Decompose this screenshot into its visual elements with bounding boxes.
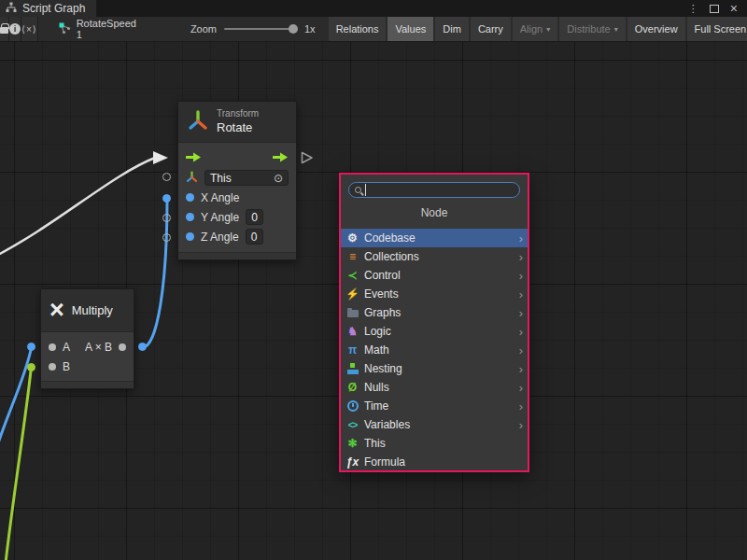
knight-icon: ♞: [345, 325, 359, 338]
flow-in-connected-port[interactable]: [153, 151, 169, 164]
finder-item-events[interactable]: ⚡Events›: [341, 285, 528, 303]
output-label: A × B: [85, 341, 112, 354]
branch-icon: ≺: [345, 269, 359, 282]
code-icon: ⟨×⟩: [21, 24, 37, 35]
tab-title: Script Graph: [22, 2, 85, 15]
chevron-right-icon: ›: [519, 344, 523, 357]
pi-icon: π: [345, 343, 359, 357]
output-port-icon[interactable]: [119, 343, 126, 351]
toolbar-button-values[interactable]: Values: [388, 17, 433, 42]
gear-icon: ⚙: [345, 231, 359, 245]
node-header[interactable]: × Multiply: [41, 289, 134, 332]
chevron-right-icon: ›: [519, 382, 523, 394]
finder-item-logic[interactable]: ♞Logic›: [341, 322, 528, 341]
flow-out-icon[interactable]: [273, 152, 289, 165]
y-angle-port-outer[interactable]: [162, 214, 171, 222]
transform-icon: [187, 109, 209, 134]
chevron-right-icon: ›: [519, 326, 523, 338]
toolbar-button-full-screen[interactable]: Full Screen: [687, 17, 747, 42]
graph-node-icon: [59, 22, 71, 36]
zoom-value: 1x: [304, 23, 316, 35]
lock-button[interactable]: [0, 17, 9, 42]
search-box[interactable]: [348, 182, 520, 198]
finder-item-variables[interactable]: <>Variables›: [341, 415, 528, 434]
fuzzy-finder-popup: Node ⚙Codebase›≡Collections›≺Control›⚡Ev…: [339, 173, 529, 472]
button-label: Overview: [635, 23, 678, 35]
finder-item-collections[interactable]: ≡Collections›: [341, 247, 528, 266]
flow-out-empty-port[interactable]: [301, 151, 314, 164]
y-angle-port-row: Y Angle 0: [178, 207, 296, 227]
lock-icon: [0, 27, 8, 34]
button-label: Align: [520, 23, 543, 35]
finder-item-math[interactable]: πMath›: [341, 341, 528, 359]
multiply-b-port-outer[interactable]: [27, 363, 35, 371]
zoom-label: Zoom: [190, 23, 217, 35]
toolbar-button-dim[interactable]: Dim: [435, 17, 469, 42]
node-category: Transform: [217, 108, 259, 120]
info-button[interactable]: [9, 17, 21, 42]
finder-item-label: Graphs: [364, 306, 401, 319]
this-object-field[interactable]: This ⊙: [204, 170, 289, 186]
script-graph-icon: [6, 2, 17, 16]
node-title: Multiply: [72, 303, 113, 317]
object-picker-icon[interactable]: ⊙: [274, 172, 283, 185]
maximize-icon[interactable]: [710, 5, 719, 13]
finder-item-formula[interactable]: ƒxFormula: [341, 453, 528, 471]
finder-item-nesting[interactable]: Nesting›: [341, 359, 528, 378]
toolbar-button-overview[interactable]: Overview: [627, 17, 685, 42]
y-angle-input[interactable]: 0: [246, 209, 263, 225]
finder-list: ⚙Codebase›≡Collections›≺Control›⚡Events›…: [341, 229, 528, 471]
button-label: Carry: [478, 23, 503, 35]
wire-flow-white[interactable]: [0, 158, 155, 257]
b-port-icon[interactable]: [49, 363, 56, 371]
button-label: Dim: [443, 23, 461, 35]
flow-in-icon[interactable]: [186, 152, 202, 165]
search-input[interactable]: [365, 184, 514, 196]
x-angle-port-outer[interactable]: [162, 194, 171, 203]
tab-script-graph[interactable]: Script Graph: [0, 0, 96, 17]
node-transform-rotate[interactable]: Transform Rotate: [177, 101, 297, 260]
toolbar-button-carry[interactable]: Carry: [471, 17, 511, 42]
z-angle-port-row: Z Angle 0: [178, 227, 296, 246]
b-port-row: B: [41, 357, 134, 376]
multiply-out-port-outer[interactable]: [138, 343, 147, 351]
z-angle-port-outer[interactable]: [162, 233, 171, 242]
finder-item-label: Nesting: [364, 362, 402, 375]
z-angle-port-icon[interactable]: [186, 232, 194, 241]
finder-item-graphs[interactable]: Graphs›: [341, 303, 528, 322]
node-multiply[interactable]: × Multiply A A × B B: [40, 288, 134, 389]
fx-icon: ƒx: [345, 455, 359, 469]
a-port-icon[interactable]: [49, 343, 56, 351]
toolbar-button-distribute: Distribute▾: [559, 17, 625, 42]
a-port-row: A A × B: [41, 337, 134, 357]
node-header[interactable]: Transform Rotate: [178, 102, 296, 143]
zoom-slider-handle[interactable]: [289, 24, 298, 34]
node-footer: [178, 252, 296, 259]
multiply-a-port-outer[interactable]: [27, 343, 35, 351]
menu-dots-icon[interactable]: ⋮: [688, 3, 698, 15]
graph-breadcrumb[interactable]: RotateSpeed 1: [59, 18, 136, 40]
graph-canvas[interactable]: Transform Rotate: [0, 42, 747, 560]
this-port-outer[interactable]: [162, 173, 171, 181]
finder-item-label: Formula: [364, 455, 405, 469]
y-angle-port-icon[interactable]: [186, 213, 194, 221]
code-button[interactable]: ⟨×⟩: [21, 17, 38, 42]
zoom-slider[interactable]: [224, 28, 297, 30]
graph-toolbar: ⟨×⟩ RotateSpeed 1 Zoom 1x RelationsValue…: [0, 17, 747, 42]
x-angle-port-icon[interactable]: [186, 193, 194, 202]
toolbar-button-relations[interactable]: Relations: [329, 17, 387, 42]
finder-item-label: Control: [364, 269, 401, 282]
finder-item-control[interactable]: ≺Control›: [341, 266, 528, 285]
multiply-icon: ×: [49, 298, 64, 323]
finder-item-time[interactable]: Time›: [341, 397, 528, 415]
finder-item-codebase[interactable]: ⚙Codebase›: [341, 229, 528, 247]
z-angle-input[interactable]: 0: [246, 229, 263, 245]
info-icon: [9, 23, 21, 35]
finder-item-nulls[interactable]: ØNulls›: [341, 378, 528, 397]
wire-to-multiply-b[interactable]: [6, 371, 31, 560]
list-icon: ≡: [345, 250, 359, 263]
finder-item-this[interactable]: ✻This: [341, 434, 528, 453]
close-icon[interactable]: ×: [730, 4, 738, 13]
breadcrumb-label: RotateSpeed 1: [77, 18, 136, 40]
chevron-right-icon: ›: [519, 251, 523, 263]
